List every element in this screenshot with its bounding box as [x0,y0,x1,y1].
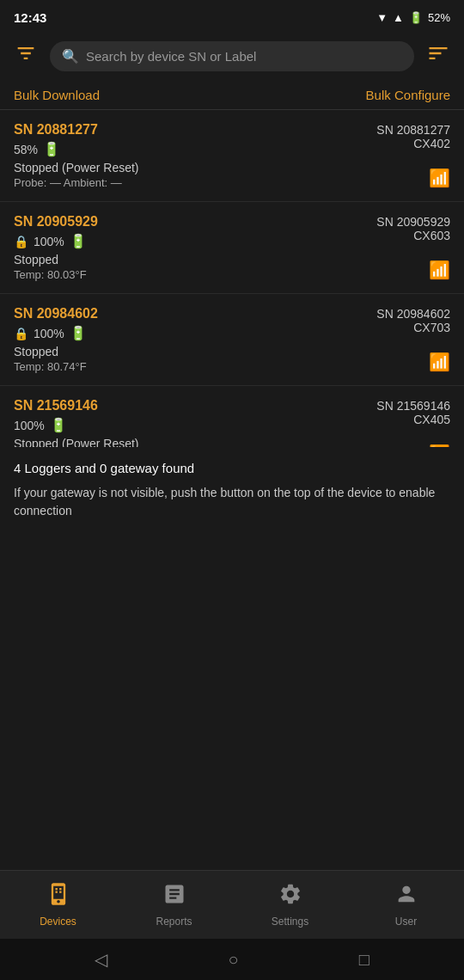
battery-icon-4: 🔋 [50,417,67,433]
device-sn-3: SN 20984602 [14,306,330,322]
wifi-icon-2: 📶 [429,260,450,280]
device-status-1: Stopped (Power Reset) [14,161,330,175]
device-sn-4: SN 21569146 [14,398,330,413]
device-sn-right-1: SN 20881277 [376,123,450,137]
nav-settings-label: Settings [272,916,308,928]
battery-percent-2: 100% [34,235,64,248]
device-status-2: Stopped [14,253,330,266]
battery-icon-3: 🔋 [70,325,87,341]
device-right-1: SN 20881277 CX402 📶 [330,123,450,188]
recent-button[interactable]: □ [359,950,369,970]
device-left-3: SN 20984602 🔒 100% 🔋 Stopped Temp: 80.74… [14,306,330,373]
svg-rect-1 [59,888,61,890]
device-battery-row-4: 100% 🔋 [14,417,330,433]
search-placeholder[interactable]: Search by device SN or Label [86,49,402,64]
device-battery-row-2: 🔒 100% 🔋 [14,233,330,249]
device-model-3: CX703 [376,321,450,334]
info-section: 4 Loggers and 0 gateway found If your ga… [0,447,464,534]
device-sn-right-4: SN 21569146 [376,399,450,413]
device-sn-right-2: SN 20905929 [376,215,450,229]
spacer [0,534,464,871]
device-detail-3: Temp: 80.74°F [14,360,330,373]
battery-percent: 52% [428,11,450,24]
sort-button[interactable] [423,38,454,74]
signal-icon: ▼ [376,11,388,24]
battery-icon-2: 🔋 [70,233,87,249]
search-icon: 🔍 [62,48,79,64]
device-model-1: CX402 [376,137,450,150]
bottom-nav: Devices Reports Settings User [0,870,464,939]
battery-icon-1: 🔋 [43,141,60,157]
device-model-2: CX603 [376,229,450,242]
nav-reports-label: Reports [156,916,192,928]
device-list: SN 20881277 58% 🔋 Stopped (Power Reset) … [0,110,464,447]
wifi-status-icon: ▲ [393,11,404,24]
svg-rect-0 [55,888,57,890]
filter-button[interactable] [10,38,41,74]
device-item-4[interactable]: SN 21569146 100% 🔋 Stopped (Power Reset)… [0,386,464,447]
wifi-icon-3: 📶 [429,352,450,372]
nav-reports[interactable]: Reports [116,871,232,939]
device-sn-right-3: SN 20984602 [376,307,450,321]
bulk-bar: Bulk Download Bulk Configure [0,81,464,110]
device-item-3[interactable]: SN 20984602 🔒 100% 🔋 Stopped Temp: 80.74… [0,294,464,386]
nav-devices[interactable]: Devices [0,871,116,939]
bulk-configure-button[interactable]: Bulk Configure [366,88,450,102]
nav-user-label: User [395,916,417,928]
device-left-1: SN 20881277 58% 🔋 Stopped (Power Reset) … [14,122,330,189]
status-bar: 12:43 ▼ ▲ 🔋 52% [0,0,464,31]
user-icon [394,882,418,912]
device-status-4: Stopped (Power Reset) [14,437,330,447]
info-primary: 4 Loggers and 0 gateway found [14,461,450,475]
device-sn-1: SN 20881277 [14,122,330,138]
device-item-2[interactable]: SN 20905929 🔒 100% 🔋 Stopped Temp: 80.03… [0,202,464,294]
svg-rect-2 [55,891,57,893]
battery-percent-4: 100% [14,419,45,432]
device-battery-row-3: 🔒 100% 🔋 [14,325,330,341]
info-secondary: If your gateway is not visible, push the… [14,484,450,520]
battery-percent-3: 100% [34,327,64,340]
device-left-2: SN 20905929 🔒 100% 🔋 Stopped Temp: 80.03… [14,214,330,281]
settings-icon [278,882,302,912]
device-right-2: SN 20905929 CX603 📶 [330,215,450,280]
bulk-download-button[interactable]: Bulk Download [14,88,100,102]
devices-icon [46,882,70,912]
search-box[interactable]: 🔍 Search by device SN or Label [50,41,414,71]
status-icons: ▼ ▲ 🔋 52% [376,11,450,24]
battery-icon-status: 🔋 [409,11,423,24]
top-bar: 🔍 Search by device SN or Label [0,31,464,81]
device-status-3: Stopped [14,345,330,358]
lock-icon-3: 🔒 [14,327,28,340]
nav-settings[interactable]: Settings [232,871,348,939]
device-battery-row-1: 58% 🔋 [14,141,330,157]
svg-rect-3 [59,891,61,893]
device-model-4: CX405 [376,413,450,426]
device-item-1[interactable]: SN 20881277 58% 🔋 Stopped (Power Reset) … [0,110,464,202]
home-button[interactable]: ○ [228,950,238,970]
android-nav: ◁ ○ □ [0,939,464,980]
back-button[interactable]: ◁ [95,949,107,970]
device-right-4: SN 21569146 CX405 📶 [330,399,450,447]
status-time: 12:43 [14,10,46,25]
device-sn-2: SN 20905929 [14,214,330,230]
lock-icon-2: 🔒 [14,235,28,248]
device-right-3: SN 20984602 CX703 📶 [330,307,450,372]
battery-percent-1: 58% [14,143,38,156]
device-detail-1: Probe: — Ambient: — [14,176,330,189]
wifi-icon-1: 📶 [429,168,450,188]
nav-devices-label: Devices [40,916,76,928]
nav-user[interactable]: User [348,871,464,939]
device-detail-2: Temp: 80.03°F [14,268,330,281]
reports-icon [162,882,186,912]
device-left-4: SN 21569146 100% 🔋 Stopped (Power Reset)… [14,398,330,447]
